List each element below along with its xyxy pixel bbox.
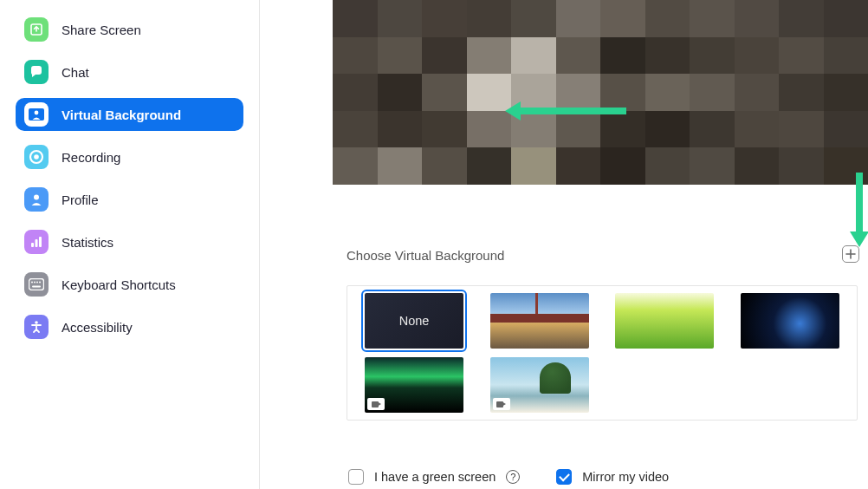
- settings-sidebar: Share Screen Chat Virtual Background Rec…: [0, 0, 260, 489]
- sidebar-item-recording[interactable]: Recording: [16, 140, 243, 173]
- profile-icon: [24, 187, 49, 212]
- svg-point-11: [34, 282, 36, 284]
- svg-point-4: [34, 154, 39, 160]
- keyboard-icon: [24, 272, 49, 297]
- chat-icon: [24, 60, 49, 84]
- video-icon: [493, 398, 510, 410]
- accessibility-icon: [24, 315, 49, 339]
- help-icon[interactable]: ?: [506, 470, 520, 484]
- sidebar-item-label: Share Screen: [62, 23, 141, 37]
- svg-rect-7: [36, 239, 38, 247]
- video-icon: [367, 398, 385, 410]
- mirror-video-label: Mirror my video: [582, 470, 669, 484]
- choose-background-label: Choose Virtual Background: [347, 248, 868, 263]
- sidebar-item-profile[interactable]: Profile: [16, 183, 243, 216]
- background-thumb-aurora[interactable]: [365, 357, 463, 413]
- background-thumb-beach[interactable]: [490, 357, 589, 413]
- svg-point-5: [34, 195, 39, 200]
- svg-point-13: [39, 282, 41, 284]
- virtual-background-icon: [24, 102, 49, 127]
- sidebar-item-chat[interactable]: Chat: [16, 55, 243, 88]
- sidebar-item-label: Keyboard Shortcuts: [62, 277, 176, 292]
- sidebar-item-share-screen[interactable]: Share Screen: [16, 13, 243, 46]
- sidebar-item-virtual-background[interactable]: Virtual Background: [16, 98, 243, 131]
- svg-rect-6: [31, 243, 34, 247]
- sidebar-item-keyboard-shortcuts[interactable]: Keyboard Shortcuts: [16, 268, 243, 301]
- background-thumb-earth-from-space[interactable]: [741, 293, 839, 349]
- green-screen-checkbox[interactable]: [348, 469, 364, 485]
- svg-rect-8: [39, 237, 42, 247]
- background-thumb-label: None: [399, 314, 430, 328]
- options-row: I have a green screen ? Mirror my video: [348, 469, 868, 485]
- sidebar-item-label: Virtual Background: [62, 108, 181, 122]
- background-thumb-none[interactable]: None: [365, 293, 463, 349]
- svg-point-10: [31, 282, 33, 284]
- svg-rect-14: [32, 286, 41, 288]
- sidebar-item-statistics[interactable]: Statistics: [16, 225, 243, 258]
- mirror-video-checkbox[interactable]: [556, 469, 572, 485]
- main-content: Choose Virtual Background None I have a …: [260, 0, 868, 489]
- add-background-button[interactable]: [842, 245, 859, 263]
- svg-rect-9: [29, 279, 44, 290]
- svg-point-2: [35, 111, 39, 115]
- background-thumbnails-grid: None: [347, 285, 858, 421]
- sidebar-item-label: Accessibility: [62, 320, 133, 335]
- recording-icon: [24, 145, 49, 169]
- svg-point-15: [35, 321, 38, 324]
- green-screen-label: I have a green screen: [374, 470, 496, 484]
- share-screen-icon: [24, 17, 49, 42]
- sidebar-item-label: Recording: [62, 150, 120, 165]
- svg-point-12: [36, 282, 38, 284]
- sidebar-item-accessibility[interactable]: Accessibility: [16, 310, 243, 343]
- statistics-icon: [24, 230, 49, 254]
- background-thumb-golden-gate-bridge[interactable]: [490, 293, 589, 349]
- background-thumb-grass[interactable]: [615, 293, 714, 349]
- sidebar-item-label: Profile: [62, 192, 99, 207]
- sidebar-item-label: Chat: [62, 65, 89, 80]
- sidebar-item-label: Statistics: [62, 235, 113, 250]
- video-preview: [333, 0, 868, 185]
